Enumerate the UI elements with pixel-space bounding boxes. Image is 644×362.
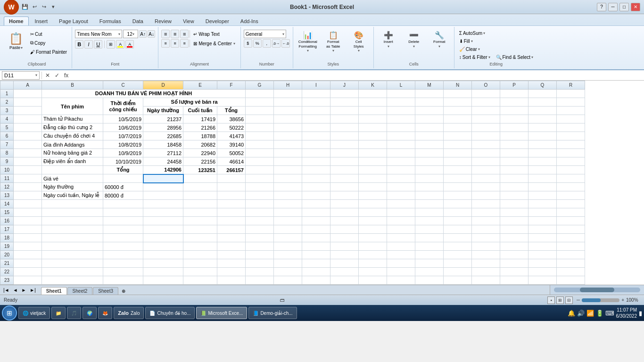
col-header-r[interactable]: R [557,81,585,90]
font-size-box[interactable]: 12 ▾ [123,30,138,38]
cell-j3[interactable] [330,107,359,115]
align-right[interactable]: ≡ [180,39,189,48]
cut-button[interactable]: ✂ Cut [28,30,69,38]
cell-g7[interactable] [246,140,274,149]
cell-c5[interactable]: 10/6/2019 [103,123,143,132]
cell-c6[interactable]: 10/7/2019 [103,132,143,140]
cell-a8[interactable] [14,149,42,157]
cell-a6[interactable] [14,132,42,140]
horizontal-scrollbar[interactable] [550,285,644,295]
cell-g9[interactable] [246,157,274,166]
sheet-nav-prev[interactable]: ◄ [12,288,19,293]
cell-n5[interactable] [444,123,472,132]
cell-e6[interactable]: 18788 [183,132,217,140]
cell-styles-dropdown[interactable]: ▾ [358,49,360,53]
cell-j13[interactable] [330,191,359,200]
insert-function-icon[interactable]: fx [63,72,70,79]
tab-home[interactable]: Home [4,16,29,25]
cell-d13[interactable] [143,191,183,200]
cell-h10[interactable] [274,166,302,174]
cell-r9[interactable] [557,157,585,166]
cell-o9[interactable] [472,157,500,166]
start-button[interactable]: ⊞ [2,305,17,321]
insert-dropdown[interactable]: ▾ [388,44,389,49]
cell-b4[interactable]: Thám tử Pikachu [42,115,103,123]
cell-n7[interactable] [444,140,472,149]
tab-insert[interactable]: Insert [30,16,53,25]
merge-center-button[interactable]: ⊠ Merge & Center ▾ [191,40,238,47]
cell-h7[interactable] [274,140,302,149]
clear-button[interactable]: 🧹 Clear ▾ [457,46,482,53]
cell-m1[interactable] [415,90,444,98]
cell-r10[interactable] [557,166,585,174]
cell-n1[interactable] [444,90,472,98]
taskbar-item-zalo[interactable]: Zalo Zalo [114,307,144,319]
cell-b1[interactable]: DOANH THU BÁN VÉ PHIM HOẠT HÌNH [42,90,246,98]
cell-o2[interactable] [472,98,500,107]
page-layout-view-button[interactable]: ⊞ [556,296,564,304]
help-button[interactable]: ? [597,3,606,11]
row-header-16[interactable]: 16 [0,217,14,225]
cell-a5[interactable] [14,123,42,132]
comma-button[interactable]: , [263,39,271,48]
cell-q7[interactable] [528,140,557,149]
taskbar-item-pdf[interactable]: 📄 Chuyên đề ho... [145,307,195,319]
accounting-button[interactable]: $ [244,39,252,48]
tray-icon-1[interactable]: 🔔 [568,310,575,317]
cell-n4[interactable] [444,115,472,123]
cell-b7[interactable]: Gia đình Addangs [42,140,103,149]
col-header-d[interactable]: D [143,81,183,90]
row-header-8[interactable]: 8 [0,149,14,157]
cell-n3[interactable] [444,107,472,115]
font-color-button[interactable]: A [125,40,134,49]
taskbar-item-media[interactable]: 🎵 [67,307,81,319]
autosum-dropdown[interactable]: ▾ [483,31,485,35]
cell-m2[interactable] [415,98,444,107]
cell-l13[interactable] [387,191,415,200]
cell-o11[interactable] [472,174,500,183]
cell-g5[interactable] [246,123,274,132]
cell-d7[interactable]: 18458 [143,140,183,149]
cell-i1[interactable] [302,90,330,98]
cell-j4[interactable] [330,115,359,123]
cell-l11[interactable] [387,174,415,183]
cell-j10[interactable] [330,166,359,174]
sheet-tab-1[interactable]: Sheet1 [41,287,67,295]
row-header-10[interactable]: 10 [0,166,14,174]
cell-g10[interactable] [246,166,274,174]
cell-k12[interactable] [359,183,387,191]
cell-c12[interactable]: 60000 đ [103,183,143,191]
cell-c9[interactable]: 10/10/2019 [103,157,143,166]
cell-f11[interactable] [217,174,246,183]
format-button[interactable]: 🔧 Format ▾ [428,30,451,49]
cell-p13[interactable] [500,191,528,200]
cell-i6[interactable] [302,132,330,140]
cell-b6[interactable]: Câu chuyện đồ chơi 4 [42,132,103,140]
cell-q11[interactable] [528,174,557,183]
insert-button[interactable]: ➕ Insert ▾ [377,30,400,49]
cell-k3[interactable] [359,107,387,115]
cell-a4[interactable] [14,115,42,123]
cell-o5[interactable] [472,123,500,132]
cell-i10[interactable] [302,166,330,174]
cell-m9[interactable] [415,157,444,166]
name-box-dropdown[interactable]: ▾ [35,73,37,77]
format-as-table-button[interactable]: 📋 Formatas Table ▾ [322,30,345,54]
tab-add-ins[interactable]: Add-Ins [235,16,264,25]
cell-l4[interactable] [387,115,415,123]
taskbar-item-word[interactable]: 📘 Demo-giải-ch... [248,307,297,319]
cell-j5[interactable] [330,123,359,132]
row-header-21[interactable]: 21 [0,259,14,268]
cell-c10[interactable]: Tổng [103,166,143,174]
cell-d8[interactable]: 27112 [143,149,183,157]
cell-f10[interactable]: 266157 [217,166,246,174]
cell-d11[interactable] [143,174,183,183]
col-header-b[interactable]: B [42,81,103,90]
cell-o3[interactable] [472,107,500,115]
cell-f3[interactable]: Tổng [217,107,246,115]
cell-e13[interactable] [183,191,217,200]
cell-b11[interactable]: Giá vé [42,174,103,183]
cell-g2[interactable] [246,98,274,107]
sheet-nav-next[interactable]: ► [20,288,27,293]
sheet-tab-2[interactable]: Sheet2 [67,287,93,295]
